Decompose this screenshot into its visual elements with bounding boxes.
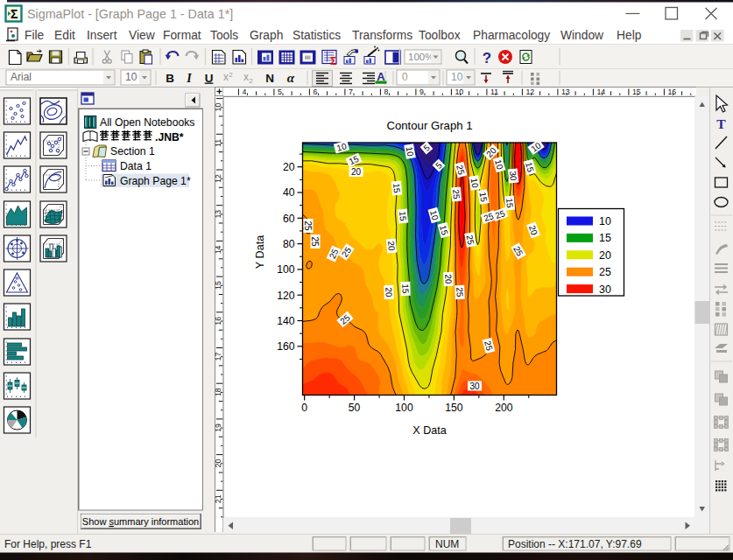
svg-text:15: 15	[400, 284, 410, 294]
svg-text:Window: Window	[560, 29, 603, 42]
svg-text:Format: Format	[163, 29, 201, 42]
svg-text:9: 9	[419, 88, 424, 96]
svg-text:Pharmacology: Pharmacology	[473, 29, 550, 42]
svg-text:14: 14	[596, 88, 605, 96]
svg-text:7: 7	[349, 88, 353, 96]
svg-text:Tools: Tools	[210, 29, 238, 42]
svg-text:20: 20	[599, 249, 611, 262]
svg-text:Position -- X:171.07, Y:97.69: Position -- X:171.07, Y:97.69	[508, 538, 642, 550]
svg-text:120: 120	[277, 290, 295, 302]
svg-text:Contour Graph 1: Contour Graph 1	[386, 119, 472, 132]
svg-text:25: 25	[599, 266, 611, 278]
svg-text:Insert: Insert	[87, 29, 117, 42]
svg-text:200: 200	[495, 402, 513, 414]
svg-text:?: ?	[483, 50, 491, 66]
svg-text:20: 20	[351, 167, 362, 177]
svg-text:Toolbox: Toolbox	[419, 29, 461, 42]
svg-text:Σ: Σ	[330, 54, 337, 67]
svg-text:100%: 100%	[408, 52, 433, 62]
svg-text:SigmaPlot - [Graph Page 1 - Da: SigmaPlot - [Graph Page 1 - Data 1*]	[27, 7, 233, 21]
svg-text:All Open Notebooks: All Open Notebooks	[100, 116, 194, 129]
svg-text:160: 160	[277, 340, 295, 353]
svg-text:I: I	[186, 72, 192, 85]
svg-text:12: 12	[525, 88, 534, 96]
svg-text:10: 10	[451, 71, 463, 83]
svg-text:x: x	[223, 71, 229, 83]
svg-text:T: T	[716, 116, 726, 131]
svg-text:15: 15	[391, 183, 402, 193]
svg-text:15: 15	[599, 232, 611, 244]
svg-text:Statistics: Statistics	[292, 29, 341, 42]
svg-text:16: 16	[667, 88, 676, 96]
svg-text:10: 10	[125, 71, 137, 83]
svg-text:20: 20	[384, 287, 393, 298]
svg-text:Help: Help	[617, 29, 642, 42]
svg-text:Y Data: Y Data	[254, 235, 266, 269]
svg-text:Graph: Graph	[250, 29, 283, 42]
svg-text:25: 25	[451, 189, 462, 200]
svg-text:15: 15	[504, 198, 515, 208]
svg-text:30: 30	[508, 171, 518, 181]
svg-text:N: N	[265, 72, 274, 85]
svg-text:5: 5	[278, 88, 282, 96]
svg-text:B: B	[166, 72, 174, 85]
svg-text:Section 1: Section 1	[110, 145, 155, 158]
svg-text:0: 0	[301, 402, 307, 414]
svg-text:20: 20	[443, 274, 453, 284]
svg-text:10: 10	[455, 88, 463, 96]
svg-text:Edit: Edit	[54, 29, 75, 42]
svg-text:2: 2	[229, 71, 233, 79]
svg-text:15: 15	[632, 88, 641, 96]
svg-text:13: 13	[561, 88, 570, 96]
svg-text:100: 100	[277, 263, 295, 276]
svg-text:20: 20	[386, 241, 397, 251]
svg-text:100: 100	[395, 402, 413, 414]
svg-text:Transforms: Transforms	[352, 29, 412, 42]
svg-text:.JNB*: .JNB*	[155, 131, 184, 144]
svg-text:α: α	[287, 71, 295, 85]
svg-text:For Help, press F1: For Help, press F1	[4, 538, 92, 550]
svg-text:11: 11	[490, 88, 498, 96]
svg-text:80: 80	[283, 238, 295, 250]
svg-text:20: 20	[283, 161, 295, 173]
svg-text:25: 25	[455, 287, 464, 298]
svg-text:2: 2	[249, 77, 253, 85]
svg-text:30: 30	[469, 382, 480, 391]
svg-text:40: 40	[283, 186, 295, 199]
svg-text:10: 10	[599, 215, 611, 228]
svg-text:50: 50	[349, 402, 361, 414]
svg-text:140: 140	[277, 315, 295, 327]
svg-text:25: 25	[303, 220, 313, 231]
svg-text:NUM: NUM	[435, 538, 459, 550]
svg-text:x: x	[243, 71, 249, 83]
svg-text:4: 4	[242, 88, 246, 96]
svg-text:U: U	[205, 72, 214, 85]
svg-text:25: 25	[310, 236, 320, 247]
svg-text:0: 0	[402, 71, 408, 83]
svg-text:X Data: X Data	[412, 424, 447, 437]
svg-text:Data 1: Data 1	[120, 160, 152, 172]
svg-text:150: 150	[445, 402, 463, 414]
svg-text:Graph Page 1*: Graph Page 1*	[120, 175, 191, 187]
svg-text:30: 30	[599, 284, 611, 296]
svg-text:8: 8	[384, 88, 388, 96]
svg-text:Arial: Arial	[11, 71, 32, 83]
svg-text:60: 60	[283, 213, 295, 225]
svg-text:Σ: Σ	[11, 7, 18, 21]
svg-text:File: File	[25, 29, 45, 42]
svg-text:6: 6	[313, 88, 317, 96]
svg-text:Show summary information: Show summary information	[82, 516, 199, 527]
svg-text:View: View	[129, 29, 155, 42]
svg-text:15: 15	[398, 211, 408, 221]
